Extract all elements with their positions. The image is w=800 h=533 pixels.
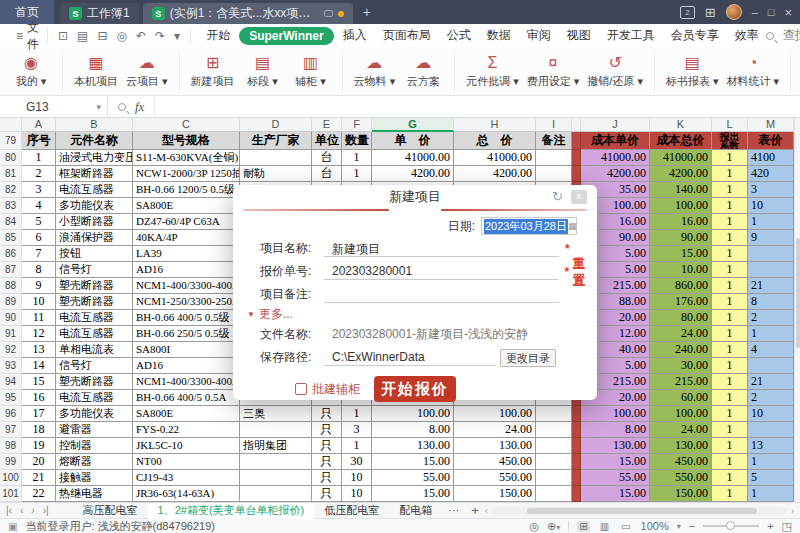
- sheet-tab-0[interactable]: 高压配电室: [73, 503, 148, 519]
- row-number[interactable]: 89: [0, 294, 22, 310]
- cell-a-82[interactable]: 3: [22, 182, 56, 198]
- cell-l-89[interactable]: 1: [712, 294, 748, 310]
- column-letter-M[interactable]: M: [748, 118, 794, 132]
- cell-i-96[interactable]: [536, 406, 572, 422]
- ribbon-user[interactable]: ◉我的 ▾: [7, 54, 55, 89]
- cell-k-80[interactable]: 41000.00: [650, 150, 712, 166]
- ribbon-cabinet[interactable]: ▥辅柜 ▾: [287, 54, 335, 89]
- column-letter-D[interactable]: D: [240, 118, 312, 132]
- fx-icon[interactable]: fx: [135, 99, 144, 115]
- cell-i-100[interactable]: [536, 470, 572, 486]
- cell-l-100[interactable]: 1: [712, 470, 748, 486]
- cell-g-81[interactable]: 4200.00: [372, 166, 454, 182]
- row-number[interactable]: 96: [0, 406, 22, 422]
- cell-l-96[interactable]: 1: [712, 406, 748, 422]
- save-path-input[interactable]: C:\ExWinnerData: [324, 349, 496, 366]
- redo-icon[interactable]: ↷: [155, 29, 165, 43]
- cell-b-82[interactable]: 电流互感器: [56, 182, 133, 198]
- cell-k-87[interactable]: 10.00: [650, 262, 712, 278]
- cell-e-99[interactable]: 只: [312, 454, 342, 470]
- vertical-scrollbar[interactable]: [794, 118, 800, 502]
- cell-a-92[interactable]: 13: [22, 342, 56, 358]
- cell-d-81[interactable]: 耐勒: [240, 166, 312, 182]
- menu-tab-公式[interactable]: 公式: [440, 25, 478, 46]
- more-sheets-icon[interactable]: ⋯: [442, 504, 465, 517]
- row-number[interactable]: 79: [0, 132, 22, 150]
- cell-e-81[interactable]: 台: [312, 166, 342, 182]
- cell-k-95[interactable]: 60.00: [650, 390, 712, 406]
- normal-view-icon[interactable]: ⊞: [577, 521, 589, 532]
- cell-a-90[interactable]: 11: [22, 310, 56, 326]
- cell-m-87[interactable]: [748, 262, 794, 278]
- cell-l-97[interactable]: 1: [712, 422, 748, 438]
- cell-m-98[interactable]: 13: [748, 438, 794, 454]
- cell-c-84[interactable]: DZ47-60/4P C63A: [133, 214, 240, 230]
- cell-f-101[interactable]: 10: [342, 486, 372, 502]
- cell-k-91[interactable]: 24.00: [650, 326, 712, 342]
- row-number[interactable]: 91: [0, 326, 22, 342]
- cell-g-96[interactable]: 100.00: [372, 406, 454, 422]
- cell-j-96[interactable]: 100.00: [581, 406, 650, 422]
- cell-h-98[interactable]: 130.00: [454, 438, 536, 454]
- quote-number-input[interactable]: 202303280001: [324, 263, 558, 280]
- cell-l-87[interactable]: 1: [712, 262, 748, 278]
- calendar-icon[interactable]: ▦: [568, 221, 577, 231]
- cell-d-96[interactable]: 三奥: [240, 406, 312, 422]
- cell-d-80[interactable]: [240, 150, 312, 166]
- document-tab[interactable]: S(实例1：含美式...水xx项目-张三: [143, 3, 353, 24]
- horizontal-scrollbar[interactable]: ‹ ›: [485, 506, 800, 516]
- cell-b-96[interactable]: 多功能仪表: [56, 406, 133, 422]
- cell-m-89[interactable]: 8: [748, 294, 794, 310]
- cell-l-83[interactable]: 1: [712, 198, 748, 214]
- zoom-in-icon[interactable]: +: [767, 520, 773, 532]
- cell-c-86[interactable]: LA39: [133, 246, 240, 262]
- cell-i-80[interactable]: [536, 150, 572, 166]
- sheet-tab-1[interactable]: 1、2#箱变(美变单台单柜报价): [148, 503, 315, 519]
- cell-c-81[interactable]: NCW1-2000/3P 1250抽屉式: [133, 166, 240, 182]
- cell-a-96[interactable]: 17: [22, 406, 56, 422]
- row-number[interactable]: 101: [0, 486, 22, 502]
- cell-h-100[interactable]: 550.00: [454, 470, 536, 486]
- cell-c-85[interactable]: 40KA/4P: [133, 230, 240, 246]
- column-letter-J[interactable]: J: [581, 118, 650, 132]
- column-letter-B[interactable]: B: [56, 118, 133, 132]
- cell-i-101[interactable]: [536, 486, 572, 502]
- cell-l-88[interactable]: 1: [712, 278, 748, 294]
- cell-l-80[interactable]: 1: [712, 150, 748, 166]
- cell-m-99[interactable]: 1: [748, 454, 794, 470]
- cell-k-89[interactable]: 176.00: [650, 294, 712, 310]
- column-letter-K[interactable]: K: [650, 118, 712, 132]
- cell-c-89[interactable]: NCM1-250/3300-250A: [133, 294, 240, 310]
- cell-c-93[interactable]: AD16: [133, 358, 240, 374]
- menu-tab-插入[interactable]: 插入: [336, 25, 374, 46]
- cell-a-99[interactable]: 20: [22, 454, 56, 470]
- scroll-left-icon[interactable]: ‹: [485, 506, 488, 516]
- ribbon-material-statistics[interactable]: ◔材料统计 ▾: [723, 54, 784, 89]
- row-number[interactable]: 93: [0, 358, 22, 374]
- maximize-button[interactable]: □: [768, 7, 775, 18]
- start-quote-button[interactable]: 开始报价: [374, 376, 456, 402]
- cell-b-100[interactable]: 接触器: [56, 470, 133, 486]
- cell-l-98[interactable]: 1: [712, 438, 748, 454]
- row-number[interactable]: 92: [0, 342, 22, 358]
- cell-m-90[interactable]: 2: [748, 310, 794, 326]
- column-letter-A[interactable]: A: [22, 118, 56, 132]
- cell-f-96[interactable]: 1: [342, 406, 372, 422]
- ribbon-local-projects[interactable]: ▦本机项目: [70, 54, 122, 89]
- cell-m-85[interactable]: 9: [748, 230, 794, 246]
- cell-b-93[interactable]: 信号灯: [56, 358, 133, 374]
- cell-c-101[interactable]: JR36-63(14-63A): [133, 486, 240, 502]
- ribbon-cloud-projects[interactable]: ☁云项目 ▾: [122, 54, 172, 89]
- ribbon-cloud-solution[interactable]: ☁云方案: [399, 54, 447, 89]
- cell-c-82[interactable]: BH-0.66 1200/5 0.5级: [133, 182, 240, 198]
- cell-f-81[interactable]: 1: [342, 166, 372, 182]
- cell-k-82[interactable]: 140.00: [650, 182, 712, 198]
- row-number[interactable]: 81: [0, 166, 22, 182]
- select-all-corner[interactable]: [0, 118, 22, 132]
- cell-m-100[interactable]: 5: [748, 470, 794, 486]
- cell-b-95[interactable]: 电流互感器: [56, 390, 133, 406]
- cell-m-94[interactable]: 21: [748, 374, 794, 390]
- cell-m-83[interactable]: 10: [748, 198, 794, 214]
- ribbon-bid-section[interactable]: ▤标段 ▾: [239, 54, 287, 89]
- zoom-slider-thumb[interactable]: [726, 521, 735, 530]
